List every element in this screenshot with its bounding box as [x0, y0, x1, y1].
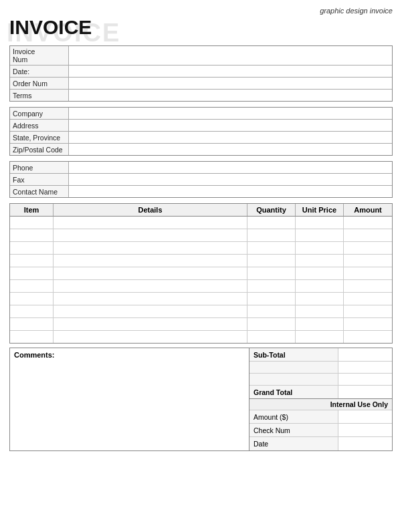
- qty-cell[interactable]: [247, 331, 296, 343]
- terms-value[interactable]: [69, 90, 392, 101]
- date-value[interactable]: [69, 65, 392, 77]
- amount-cell[interactable]: [344, 217, 392, 229]
- zip-value[interactable]: [69, 144, 392, 155]
- invoice-num-row: InvoiceNum: [10, 46, 392, 65]
- amount-cell[interactable]: [344, 229, 392, 241]
- table-row: [10, 305, 392, 318]
- order-num-value[interactable]: [69, 78, 392, 89]
- amount-cell[interactable]: [344, 305, 392, 317]
- address-label: Address: [10, 120, 69, 131]
- fax-value[interactable]: [69, 174, 392, 185]
- price-cell[interactable]: [296, 305, 344, 317]
- details-cell[interactable]: [54, 305, 247, 317]
- grand-total-value[interactable]: [338, 386, 392, 398]
- item-cell[interactable]: [10, 255, 54, 267]
- table-row: [10, 267, 392, 280]
- phone-value[interactable]: [69, 162, 392, 173]
- details-cell[interactable]: [54, 229, 247, 241]
- item-cell[interactable]: [10, 331, 54, 343]
- details-cell[interactable]: [54, 280, 247, 292]
- details-cell[interactable]: [54, 255, 247, 267]
- col-header-amount: Amount: [344, 204, 392, 216]
- price-cell[interactable]: [296, 293, 344, 305]
- qty-cell[interactable]: [247, 293, 296, 305]
- item-cell[interactable]: [10, 293, 54, 305]
- comments-label: Comments:: [14, 351, 55, 359]
- company-value[interactable]: [69, 108, 392, 119]
- invoice-num-value[interactable]: [69, 46, 392, 65]
- amount-cell[interactable]: [344, 293, 392, 305]
- company-label: Company: [10, 108, 69, 119]
- spacer-value-1[interactable]: [338, 362, 392, 373]
- qty-cell[interactable]: [247, 229, 296, 241]
- table-row: [10, 242, 392, 255]
- grand-total-label: Grand Total: [249, 386, 338, 398]
- details-cell[interactable]: [54, 331, 247, 343]
- order-num-label: Order Num: [10, 78, 69, 89]
- price-cell[interactable]: [296, 229, 344, 241]
- line-items-table: Item Details Quantity Unit Price Amount: [9, 203, 393, 344]
- col-header-item: Item: [10, 204, 54, 216]
- item-cell[interactable]: [10, 217, 54, 229]
- qty-cell[interactable]: [247, 280, 296, 292]
- col-header-details: Details: [54, 204, 247, 216]
- date-row: Date:: [10, 65, 392, 78]
- details-cell[interactable]: [54, 217, 247, 229]
- check-num-label: Check Num: [249, 424, 338, 436]
- col-header-unit-price: Unit Price: [296, 204, 344, 216]
- details-cell[interactable]: [54, 242, 247, 254]
- item-cell[interactable]: [10, 305, 54, 317]
- comments-area[interactable]: Comments:: [9, 348, 249, 451]
- price-cell[interactable]: [296, 255, 344, 267]
- header-subtitle: graphic design invoice: [320, 7, 393, 15]
- totals-area: Sub-Total Grand Total Internal Use Only: [249, 348, 393, 451]
- internal-use-header: Internal Use Only: [249, 399, 392, 410]
- zip-label: Zip/Postal Code: [10, 144, 69, 155]
- details-cell[interactable]: [54, 293, 247, 305]
- price-cell[interactable]: [296, 318, 344, 330]
- item-cell[interactable]: [10, 229, 54, 241]
- amount-cell[interactable]: [344, 267, 392, 279]
- check-num-value[interactable]: [338, 424, 392, 436]
- details-cell[interactable]: [54, 267, 247, 279]
- price-cell[interactable]: [296, 267, 344, 279]
- fax-label: Fax: [10, 174, 69, 185]
- price-cell[interactable]: [296, 217, 344, 229]
- state-value[interactable]: [69, 132, 392, 143]
- price-cell[interactable]: [296, 331, 344, 343]
- item-cell[interactable]: [10, 318, 54, 330]
- company-row: Company: [10, 108, 392, 120]
- internal-date-row: Date: [249, 437, 392, 450]
- qty-cell[interactable]: [247, 305, 296, 317]
- info-section-1: InvoiceNum Date: Order Num Terms: [9, 45, 393, 102]
- item-cell[interactable]: [10, 267, 54, 279]
- qty-cell[interactable]: [247, 255, 296, 267]
- amount-cell[interactable]: [344, 242, 392, 254]
- amount-cell[interactable]: [344, 331, 392, 343]
- qty-cell[interactable]: [247, 318, 296, 330]
- details-cell[interactable]: [54, 318, 247, 330]
- state-row: State, Province: [10, 132, 392, 144]
- internal-date-value[interactable]: [338, 437, 392, 450]
- item-cell[interactable]: [10, 242, 54, 254]
- subtotal-value[interactable]: [338, 348, 392, 361]
- item-cell[interactable]: [10, 280, 54, 292]
- invoice-num-label: InvoiceNum: [10, 46, 69, 65]
- internal-amount-value[interactable]: [338, 410, 392, 423]
- address-value[interactable]: [69, 120, 392, 131]
- address-row: Address: [10, 120, 392, 132]
- qty-cell[interactable]: [247, 217, 296, 229]
- internal-date-label: Date: [249, 437, 338, 450]
- amount-cell[interactable]: [344, 280, 392, 292]
- zip-row: Zip/Postal Code: [10, 144, 392, 155]
- qty-cell[interactable]: [247, 242, 296, 254]
- subtotal-row: Sub-Total: [249, 348, 392, 362]
- qty-cell[interactable]: [247, 267, 296, 279]
- price-cell[interactable]: [296, 242, 344, 254]
- table-row: [10, 255, 392, 267]
- amount-cell[interactable]: [344, 318, 392, 330]
- price-cell[interactable]: [296, 280, 344, 292]
- amount-cell[interactable]: [344, 255, 392, 267]
- spacer-value-2[interactable]: [338, 374, 392, 385]
- contact-name-value[interactable]: [69, 186, 392, 197]
